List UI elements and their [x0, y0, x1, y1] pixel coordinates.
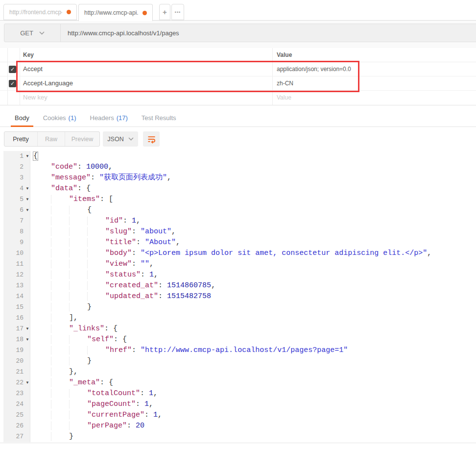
browser-tab-frontend[interactable]: http://frontend.cmcp- — [3, 4, 77, 20]
code-lines: 1▼{2 "code": 10000,3 "message": "获取页面列表成… — [3, 151, 476, 442]
view-mode-raw[interactable]: Raw — [38, 132, 65, 146]
code-gutter-cell: 2 — [3, 162, 30, 173]
code-line: 20 } — [3, 356, 476, 367]
code-gutter-cell: 19 — [3, 345, 30, 356]
browser-tab-title: http://frontend.cmcp- — [9, 9, 62, 16]
line-number: 15 — [16, 303, 24, 311]
chevron-down-icon — [39, 31, 45, 35]
code-text: }, — [30, 367, 78, 377]
more-tabs-button[interactable]: ••• — [171, 4, 184, 20]
fold-arrow-icon[interactable]: ▼ — [25, 151, 29, 162]
line-number: 27 — [16, 433, 24, 440]
code-text: "currentPage": 1, — [30, 410, 162, 421]
tab-count-badge: (17) — [117, 114, 128, 122]
code-line: 25 "currentPage": 1, — [3, 410, 476, 421]
header-key-cell[interactable]: Accept — [23, 62, 43, 76]
code-line: 15 } — [3, 302, 476, 313]
code-text: "created_at": 1514860785, — [30, 280, 215, 291]
line-number: 6 — [20, 206, 24, 214]
code-text: "body": "<p>Lorem ipsum dolor sit amet, … — [30, 248, 431, 259]
line-number: 23 — [16, 390, 24, 397]
method-label: GET — [20, 29, 33, 37]
code-gutter-cell: 13 — [3, 280, 30, 291]
line-number: 17 — [16, 325, 24, 332]
tab-label: Headers — [90, 114, 114, 122]
line-number: 19 — [16, 347, 24, 354]
code-line: 19 "href": "http://www.cmcp-api.localhos… — [3, 345, 476, 356]
header-key-cell[interactable]: Accept-Language — [23, 76, 73, 90]
browser-tab-strip: http://frontend.cmcp- http://www.cmcp-ap… — [0, 0, 476, 21]
line-number: 22 — [16, 379, 24, 386]
more-options-icon: ••• — [175, 10, 181, 15]
code-gutter-cell: 14 — [3, 291, 30, 302]
code-editor: 1▼{2 "code": 10000,3 "message": "获取页面列表成… — [0, 151, 476, 442]
code-gutter-cell: 23 — [3, 388, 30, 399]
line-number: 9 — [20, 239, 24, 246]
new-tab-button[interactable]: + — [159, 4, 170, 20]
tab-test-results[interactable]: Test Results — [142, 109, 176, 126]
code-line: 23 "totalCount": 1, — [3, 388, 476, 399]
fold-arrow-icon[interactable]: ▼ — [25, 324, 29, 334]
tab-count-badge: (1) — [69, 114, 76, 122]
line-number: 2 — [20, 163, 24, 171]
view-mode-preview[interactable]: Preview — [65, 132, 99, 146]
code-text: "title": "About", — [30, 237, 180, 248]
fold-arrow-icon[interactable]: ▼ — [25, 194, 29, 205]
tab-cookies[interactable]: Cookies (1) — [43, 109, 76, 126]
checkmark-icon: ✓ — [10, 81, 15, 86]
header-value-cell[interactable]: application/json; version=0.0 — [277, 62, 351, 76]
language-select[interactable]: JSON — [103, 131, 138, 147]
browser-tab-cmcp-api[interactable]: http://www.cmcp-api. — [78, 4, 153, 21]
line-number: 18 — [16, 336, 24, 343]
code-gutter-cell: 22▼ — [3, 377, 30, 388]
line-number: 25 — [16, 411, 24, 419]
code-line: 14 "updated_at": 1515482758 — [3, 291, 476, 302]
wrap-lines-button[interactable] — [143, 131, 160, 147]
code-gutter-cell: 5▼ — [3, 194, 30, 205]
line-number: 21 — [16, 368, 24, 376]
fold-arrow-icon[interactable]: ▼ — [25, 205, 29, 216]
column-header-value: Value — [277, 48, 292, 62]
row-checkbox[interactable]: ✓ — [9, 80, 16, 87]
code-gutter-cell: 24 — [3, 399, 30, 410]
line-number: 12 — [16, 271, 24, 278]
header-value-cell[interactable]: zh-CN — [277, 76, 293, 90]
fold-arrow-icon[interactable]: ▼ — [25, 377, 29, 388]
wrap-text-icon — [146, 134, 157, 144]
code-text: } — [30, 431, 73, 442]
new-value-input[interactable]: Value — [277, 91, 291, 104]
view-mode-pretty[interactable]: Pretty — [4, 132, 38, 146]
code-text: "totalCount": 1, — [30, 388, 158, 399]
code-line: 5▼ "items": [ — [3, 194, 476, 205]
table-header-row: Key Value — [0, 48, 476, 62]
view-mode-group: Pretty Raw Preview — [4, 131, 100, 147]
method-dropdown[interactable]: GET — [4, 24, 61, 42]
column-header-key: Key — [23, 48, 34, 62]
fold-arrow-icon[interactable]: ▼ — [25, 334, 29, 345]
code-line: 7 "id": 1, — [3, 216, 476, 226]
fold-arrow-icon[interactable]: ▼ — [25, 183, 29, 194]
code-gutter-cell: 4▼ — [3, 183, 30, 194]
code-gutter-cell: 26 — [3, 421, 30, 431]
code-gutter-cell: 8 — [3, 226, 30, 237]
tab-label: Cookies — [43, 114, 66, 122]
new-key-input[interactable]: New key — [23, 91, 48, 104]
code-gutter-cell: 9 — [3, 237, 30, 248]
line-number: 8 — [20, 228, 24, 235]
tab-label: Test Results — [142, 114, 176, 122]
response-toolbar: Pretty Raw Preview JSON — [0, 127, 476, 151]
line-number: 7 — [20, 217, 24, 225]
tab-body[interactable]: Body — [15, 109, 29, 126]
code-gutter-cell: 7 — [3, 216, 30, 226]
code-text: "items": [ — [30, 194, 113, 205]
code-text: "updated_at": 1515482758 — [30, 291, 211, 302]
url-text: http://www.cmcp-api.localhost/v1/pages — [68, 29, 179, 37]
code-text: "status": 1, — [30, 270, 158, 280]
row-checkbox[interactable]: ✓ — [9, 66, 16, 73]
chevron-down-icon — [128, 137, 134, 141]
tab-headers[interactable]: Headers (17) — [90, 109, 128, 126]
language-label: JSON — [107, 136, 123, 143]
code-line: 13 "created_at": 1514860785, — [3, 280, 476, 291]
url-input[interactable]: http://www.cmcp-api.localhost/v1/pages — [61, 24, 476, 42]
new-header-row: New key Value — [0, 91, 476, 105]
